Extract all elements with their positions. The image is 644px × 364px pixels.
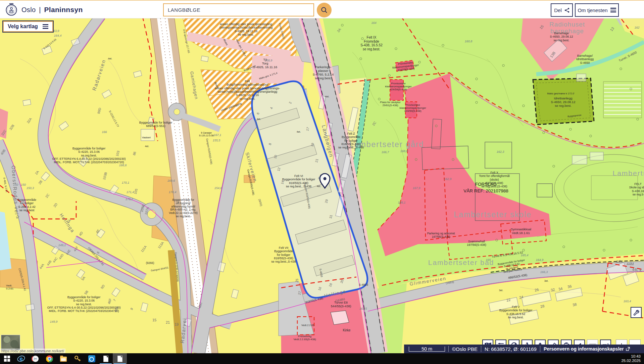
outlook-icon [88, 355, 95, 362]
map-label: 5 GarasjerS-120,12.5.58 [199, 132, 214, 137]
map-label: Parkerings-plasserS-4760, 5.2.14se reg.b… [313, 65, 334, 80]
brand: Oslo | Planinnsyn [5, 3, 83, 16]
map-label: 170,2 [126, 197, 133, 201]
layers-menu-icon [43, 23, 48, 30]
taskbar-outlook[interactable] [85, 353, 99, 364]
taskbar-document-1[interactable] [99, 353, 113, 364]
brand-city: Oslo [21, 6, 36, 14]
internet-explorer-icon: e [17, 355, 25, 363]
privacy-link[interactable]: Personvern og informasjonskapsler [544, 346, 630, 352]
map-label: 166,1 [398, 201, 406, 204]
select-layers-button[interactable]: Velg kartlag [3, 21, 53, 32]
snipping-tool-icon: ✂ [32, 355, 39, 363]
clock-date: 25.02.2025 [621, 359, 641, 363]
taskbar-internet-explorer[interactable]: e [14, 353, 28, 364]
map-label: Kirke [343, 328, 351, 332]
map-label: 19 [175, 322, 179, 326]
coordinates: N: 6638572, Ø: 601169 [485, 346, 537, 352]
map-label: Lambertset [612, 169, 644, 177]
map-label: 24 [519, 295, 524, 300]
chrome-icon [46, 355, 53, 362]
url-overlay: https://od2.pbe.oslo.kommune.no/kart/ [0, 349, 65, 353]
map-label: 150,3 [27, 186, 34, 190]
search-icon [320, 6, 328, 14]
map-container: RadarveienRadarveiOberst Rodes veiHellin… [0, 18, 644, 353]
map-label: 167,9 [413, 186, 420, 190]
aerial-thumbnail[interactable] [1, 335, 20, 350]
map-label: 44M [627, 262, 634, 266]
copyright: ©Oslo PBE [452, 346, 478, 352]
map-label: 160,8 [465, 40, 473, 43]
map-label: 3et. [544, 279, 549, 282]
oslo-logo-icon [5, 3, 18, 16]
map-label: 28 [540, 304, 545, 309]
taskbar-keys-app[interactable] [70, 353, 85, 364]
map-label: 158,9 [265, 59, 273, 62]
svg-text:e: e [19, 356, 22, 362]
windows-start-icon [4, 356, 10, 362]
map-label: 165,4 [521, 254, 529, 257]
map-label: 44N [616, 260, 623, 264]
tennis-courts [603, 82, 642, 118]
map-label: 166 [102, 130, 107, 134]
map-label: 164 [371, 21, 376, 25]
map-label: 171,4 [127, 190, 134, 194]
map-label: 34 [558, 286, 563, 291]
planinnsyn-app: Oslo | Planinnsyn Del Om tjenesten [0, 0, 644, 364]
external-link-icon [626, 347, 630, 351]
start-button[interactable] [0, 353, 14, 364]
map-label: Lambertseter skole [454, 210, 532, 219]
map-label: 168,6 [119, 164, 127, 167]
settings-wrench-button[interactable] [631, 307, 642, 318]
map-label: 162 [634, 26, 639, 29]
map-label: 4et. [108, 57, 112, 60]
map-label: 161,5 [359, 307, 367, 310]
zone-torg-pink [251, 55, 305, 84]
file-explorer-icon [60, 357, 67, 362]
document-icon [103, 356, 108, 362]
search-input[interactable] [163, 3, 314, 16]
map-label: 4et. [145, 145, 149, 148]
map-label: 15 [152, 318, 156, 322]
map-label: 150 · 150 [13, 183, 26, 186]
map-label: 162,3 [497, 150, 504, 153]
map-label: 170,1 [122, 181, 130, 184]
scale-bar: 50 m [409, 347, 445, 352]
map-label: 26 [534, 287, 539, 292]
keys-icon [74, 355, 82, 363]
scale-label: 50 m [422, 347, 432, 351]
map-label: 149,1 [58, 243, 66, 247]
map-label: Svømmehall197/66(S-438) [467, 240, 486, 246]
map-label: K [640, 269, 642, 273]
taskbar-file-explorer[interactable] [56, 353, 70, 364]
map-label: Vedt.2.2.65 [301, 324, 314, 327]
share-button[interactable]: Del [551, 3, 573, 17]
map-label: 167,1 [214, 133, 221, 137]
map-label: 4et. [257, 118, 261, 121]
map-label: Maks ges/møne k 172.0' [547, 92, 575, 95]
brand-separator: | [39, 6, 41, 14]
privacy-label: Personvern og informasjonskapsler [544, 346, 624, 352]
map-label: 162,9 [444, 177, 452, 181]
svg-text:✂: ✂ [34, 357, 37, 361]
clock-time: 10:43 [621, 354, 641, 359]
wrench-icon [633, 309, 639, 316]
about-service-button[interactable]: Om tjenesten [575, 3, 619, 17]
map-label: 165 [486, 258, 491, 262]
map-label: Vaskeri [142, 136, 151, 139]
map-label: 32 [550, 287, 555, 292]
map-label: 166,3 [540, 270, 548, 274]
map-label: 166,7 [382, 150, 390, 154]
taskbar-clock[interactable]: 10:43 25.02.2025 [621, 353, 644, 364]
map-canvas[interactable]: RadarveienRadarveiOberst Rodes veiHellin… [0, 18, 644, 353]
map-label: 155,5 [213, 139, 221, 142]
taskbar-snipping-tool[interactable]: ✂ [28, 353, 42, 364]
map-label: 4et. [297, 130, 301, 133]
map-label: GymnastikksalVedt.18.1.61 [510, 227, 531, 235]
share-icon [564, 8, 569, 13]
taskbar-chrome[interactable] [42, 353, 56, 364]
map-label: 154,6 [214, 186, 222, 190]
search-button[interactable] [317, 3, 332, 17]
menu-icon [610, 7, 616, 13]
taskbar-document-2[interactable] [113, 353, 127, 364]
